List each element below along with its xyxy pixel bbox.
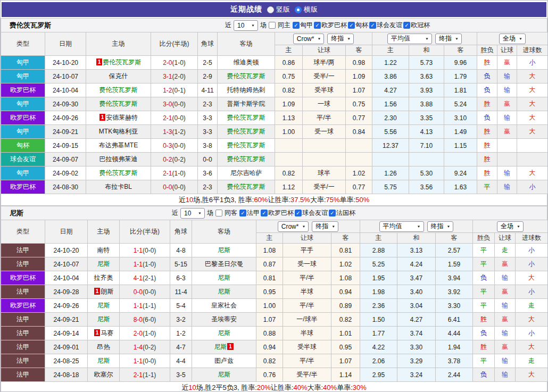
home-team-link[interactable]: 布达弗基MTE (99, 141, 138, 149)
checkbox-checked-icon[interactable]: ✓ (329, 210, 336, 216)
home-team-link[interactable]: 拉齐奥 (94, 274, 113, 281)
away-team-link[interactable]: 普斯卡斯学院 (227, 100, 265, 107)
home-team-link[interactable]: 昂热 (97, 343, 110, 351)
result-handicap-cell: 输 (495, 299, 516, 313)
layout-option-horizontal[interactable]: 横版 (295, 5, 318, 14)
checkbox-checked-icon[interactable]: ✓ (293, 22, 300, 29)
odds-home-cell: 1.00 (256, 299, 283, 313)
away-team-link[interactable]: 尼斯 (218, 288, 230, 295)
home-team-link[interactable]: 尼斯 (97, 302, 110, 309)
result-handicap-cell (497, 153, 517, 166)
away-team-link[interactable]: 维迪奥顿 (234, 59, 259, 66)
result-goals-cell: 走 (516, 299, 548, 313)
score-cell: 1-2(0-1) (151, 84, 198, 97)
filter-bar: 近 10▼ 场 同主 ✓匈甲✓欧罗巴杯✓匈杯✓球会友谊✓欧冠杯 (225, 20, 547, 31)
away-team-link[interactable]: 皇家社会 (211, 302, 237, 309)
final-odds-select-2[interactable]: 终指▼ (427, 221, 454, 232)
average-select[interactable]: 平均值▼ (387, 34, 432, 44)
league-cell: 球会友谊 (1, 153, 45, 166)
checkbox-checked-icon[interactable]: ✓ (314, 22, 321, 29)
away-team-link[interactable]: 费伦茨瓦罗斯 (227, 183, 265, 190)
col-header-odds-away: 客 (331, 233, 360, 244)
final-odds-select[interactable]: 终指▼ (327, 34, 354, 44)
halftime-score: (1-0) (172, 59, 186, 66)
chevron-down-icon: ▼ (347, 37, 351, 40)
checkbox-checked-icon[interactable]: ✓ (403, 22, 410, 29)
match-row: 匈甲24-10-201费伦茨瓦罗斯2-0(1-0)2-5维迪奥顿0.86球半/两… (1, 56, 548, 70)
radio-unchecked-icon[interactable] (267, 6, 274, 13)
recent-matches-table: 类型 日期 主场 比分(半场) 角球 客场 Crow*▼ 终指▼ 平均值▼ 终指… (1, 220, 548, 382)
recent-count-select[interactable]: 10▼ (180, 208, 205, 219)
col-header-handicap-result: 让球 (495, 233, 516, 244)
home-team-link[interactable]: 巴拉顿弗莱迪 (99, 155, 138, 163)
average-select[interactable]: 平均值▼ (379, 221, 424, 232)
checkbox-checked-icon[interactable]: ✓ (348, 22, 355, 29)
final-odds-select-2[interactable]: 终指▼ (435, 34, 462, 44)
result-goals-cell: 走 (516, 354, 548, 368)
away-team-link[interactable]: 费伦茨瓦罗斯 (227, 72, 265, 80)
league-cell: 匈甲 (1, 97, 45, 111)
home-team-link[interactable]: 尼斯 (97, 315, 110, 323)
score-cell: 1-1(0-0) (120, 244, 170, 257)
away-team-link[interactable]: 巴黎圣日尔曼 (205, 260, 243, 268)
home-team-link[interactable]: 欧塞尔 (94, 371, 113, 378)
home-team-link[interactable]: 南特 (97, 246, 110, 254)
checkbox-checked-icon[interactable]: ✓ (369, 22, 376, 29)
home-team-link[interactable]: 布拉卡BL (105, 183, 132, 190)
odds-source-select[interactable]: Crow*▼ (278, 221, 309, 232)
away-team-link[interactable]: 费伦茨瓦罗斯 (227, 155, 265, 163)
same-venue-checkbox[interactable] (215, 210, 222, 216)
away-team-link[interactable]: 尼斯 (214, 343, 227, 351)
final-odds-select[interactable]: 终指▼ (312, 221, 338, 232)
result-wl-cell: 平 (473, 354, 495, 368)
recent-count-select[interactable]: 10▼ (234, 20, 258, 31)
col-header-date: 日期 (45, 32, 86, 56)
home-team-link[interactable]: 费伦茨瓦罗斯 (99, 100, 138, 107)
home-team-link[interactable]: 朗斯 (101, 288, 113, 295)
home-team-link[interactable]: MTK匈格利亚 (99, 128, 138, 135)
home-team-link[interactable]: 尼斯 (97, 260, 110, 268)
scope-select[interactable]: 全场▼ (499, 34, 526, 44)
away-team-link[interactable]: 尼斯 (218, 246, 230, 254)
date-cell: 24-10-07 (45, 70, 86, 84)
odds-home-cell (275, 153, 303, 166)
col-header-corners: 角球 (198, 32, 218, 56)
layout-option-vertical[interactable]: 竖版 (267, 5, 290, 14)
home-team-link[interactable]: 费伦茨瓦罗斯 (99, 86, 138, 94)
away-team-link[interactable]: 尼斯 (218, 329, 230, 337)
same-venue-checkbox[interactable] (269, 22, 276, 29)
corners-cell: 2-3 (198, 97, 218, 111)
away-team-link[interactable]: 尼斯 (218, 274, 230, 281)
result-handicap-cell: 赢 (497, 56, 517, 70)
result-handicap-cell: 走 (495, 244, 516, 257)
checkbox-checked-icon[interactable]: ✓ (295, 210, 302, 216)
checkbox-checked-icon[interactable]: ✓ (239, 210, 246, 216)
corners-cell: 11-4 (170, 285, 192, 299)
away-team-link[interactable]: 图卢兹 (214, 357, 234, 364)
checkbox-checked-icon[interactable]: ✓ (261, 210, 268, 216)
score-cell: 2-1(1-1) (120, 368, 170, 382)
home-team-link[interactable]: 尼斯 (97, 357, 110, 364)
odds-source-select[interactable]: Crow*▼ (293, 34, 325, 44)
odds-away-cell: 1.09 (346, 70, 372, 84)
summary-segment: 大率: (307, 383, 323, 392)
away-team-link[interactable]: 尼斯 (218, 371, 230, 378)
away-team-link[interactable]: 费伦茨瓦罗斯 (227, 128, 265, 135)
away-team-link[interactable]: 尼尔吉哈萨 (230, 169, 262, 177)
scope-select[interactable]: 全场▼ (497, 221, 524, 232)
date-cell: 24-08-25 (45, 354, 88, 368)
match-row: 欧罗巴杯24-08-30布拉卡BL0-0(0-0)2-3费伦茨瓦罗斯1.12受半… (1, 180, 548, 194)
home-team-link[interactable]: 费伦茨瓦罗斯 (103, 59, 141, 66)
home-team-link[interactable]: 安德莱赫特 (106, 114, 138, 121)
away-team-link[interactable]: 费伦茨瓦罗斯 (227, 114, 265, 121)
away-team-link[interactable]: 圣埃蒂安 (211, 315, 237, 323)
home-team-link[interactable]: 保克什 (109, 72, 128, 80)
score-cell: 8-0(6-0) (120, 313, 170, 327)
away-team-link[interactable]: 费伦茨瓦罗斯 (227, 141, 265, 149)
home-team-cell: 1朗斯 (88, 285, 120, 299)
away-team-link[interactable]: 托特纳姆热刺 (227, 86, 265, 94)
halftime-score: (0-0) (143, 357, 156, 365)
radio-checked-icon[interactable] (295, 6, 302, 13)
home-team-link[interactable]: 马赛 (101, 329, 113, 337)
home-team-link[interactable]: 费伦茨瓦罗斯 (99, 169, 138, 177)
